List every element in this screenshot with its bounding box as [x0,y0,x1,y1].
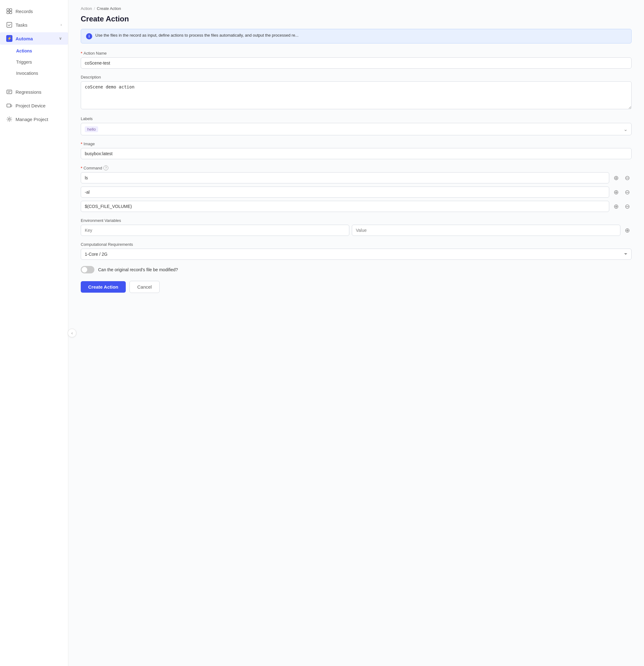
svg-rect-6 [7,104,11,107]
sidebar-item-project-device[interactable]: Project Device [0,99,68,112]
command-input-1[interactable] [81,172,609,183]
breadcrumb-separator: / [94,6,95,11]
description-group: Description coScene demo action [81,75,631,110]
action-name-input[interactable] [81,57,631,69]
create-action-button[interactable]: Create Action [81,281,126,293]
env-variables-label: Environment Variables [81,218,631,223]
labels-chevron-icon: ⌄ [624,126,628,132]
cancel-button[interactable]: Cancel [130,281,159,293]
action-name-label: * Action Name [81,51,631,55]
comp-req-select[interactable]: 1-Core / 2G 2-Core / 4G 4-Core / 8G [81,249,631,260]
command-help-icon[interactable]: ? [103,165,108,170]
image-label: * Image [81,141,631,146]
info-banner: i Use the files in the record as input, … [81,29,631,43]
settings-icon [6,116,13,122]
labels-group: Labels hello ⌄ [81,116,631,135]
sidebar-item-tasks-label: Tasks [16,22,27,28]
device-icon [6,102,13,109]
main-content: Action / Create Action Create Action i U… [68,0,644,666]
svg-rect-0 [7,9,9,11]
command-remove-btn-1[interactable]: ⊖ [623,174,631,182]
command-remove-btn-3[interactable]: ⊖ [623,202,631,211]
labels-label: Labels [81,116,631,121]
sidebar-sub-invocations-label: Invocations [16,71,38,76]
command-row-2: ⊕ ⊖ [81,187,631,198]
chevron-down-icon: ∨ [59,36,62,41]
command-add-btn-2[interactable]: ⊕ [612,188,621,196]
sidebar-item-manage-project-label: Manage Project [16,117,48,122]
info-banner-text: Use the files in the record as input, de… [95,33,299,38]
command-add-btn-1[interactable]: ⊕ [612,174,621,182]
sidebar-item-regressions[interactable]: Regressions [0,86,68,98]
command-row-3: ⊕ ⊖ [81,201,631,212]
svg-point-7 [9,118,10,120]
check-icon [6,22,13,28]
command-remove-btn-2[interactable]: ⊖ [623,188,631,196]
env-row: ⊕ [81,225,631,236]
chevron-right-icon: › [61,23,62,27]
command-input-2[interactable] [81,187,609,198]
comp-req-label: Computational Requirements [81,242,631,247]
env-key-input[interactable] [81,225,349,236]
svg-rect-5 [7,90,12,94]
command-group: * Command ? ⊕ ⊖ ⊕ ⊖ ⊕ ⊖ [81,165,631,212]
required-star-image: * [81,141,82,146]
env-value-input[interactable] [352,225,621,236]
svg-rect-1 [10,9,12,11]
file-modify-toggle[interactable] [81,266,95,274]
sidebar-item-automa-label: Automa [16,36,33,41]
sidebar-item-manage-project[interactable]: Manage Project [0,113,68,125]
required-star-name: * [81,51,82,55]
required-star-command: * [81,166,82,170]
env-add-btn[interactable]: ⊕ [623,226,631,234]
sidebar-sub-triggers-label: Triggers [16,59,32,65]
sidebar-item-invocations[interactable]: Invocations [0,68,68,78]
image-group: * Image [81,141,631,159]
sidebar-item-automa[interactable]: ⚡ Automa ∨ [0,32,68,45]
page-title: Create Action [81,15,631,23]
svg-rect-4 [7,22,12,27]
env-variables-group: Environment Variables ⊕ [81,218,631,236]
svg-rect-2 [7,12,9,14]
sidebar-item-records[interactable]: Records [0,5,68,17]
form-actions: Create Action Cancel [81,281,631,293]
sidebar-sub-actions-label: Actions [16,48,32,53]
label-tag-hello: hello [85,126,98,132]
command-row-1: ⊕ ⊖ [81,172,631,183]
description-label: Description [81,75,631,80]
sidebar-item-records-label: Records [16,9,33,14]
toggle-row: Can the original record's file be modifi… [81,266,631,274]
comp-req-group: Computational Requirements 1-Core / 2G 2… [81,242,631,260]
sidebar-item-triggers[interactable]: Triggers [0,57,68,67]
breadcrumb-parent[interactable]: Action [81,6,92,11]
command-input-3[interactable] [81,201,609,212]
sidebar-item-actions[interactable]: Actions [0,46,68,56]
description-textarea[interactable]: coScene demo action [81,81,631,109]
breadcrumb: Action / Create Action [81,6,631,11]
toggle-label: Can the original record's file be modifi… [98,267,178,272]
labels-dropdown[interactable]: hello ⌄ [81,123,631,135]
sidebar: Records Tasks › ⚡ Automa ∨ Actions Trigg… [0,0,68,666]
image-input[interactable] [81,148,631,159]
sidebar-item-regressions-label: Regressions [16,89,41,95]
sidebar-item-tasks[interactable]: Tasks › [0,19,68,31]
breadcrumb-current: Create Action [97,6,121,11]
bolt-icon: ⚡ [6,35,13,41]
grid-icon [6,8,13,14]
sidebar-collapse-button[interactable]: ‹ [68,329,77,337]
info-icon: i [86,33,92,39]
command-label: * Command ? [81,165,631,170]
action-name-group: * Action Name [81,51,631,69]
sidebar-item-project-device-label: Project Device [16,103,46,108]
regression-icon [6,89,13,95]
command-add-btn-3[interactable]: ⊕ [612,202,621,211]
svg-rect-3 [10,12,12,14]
toggle-slider [81,266,95,274]
